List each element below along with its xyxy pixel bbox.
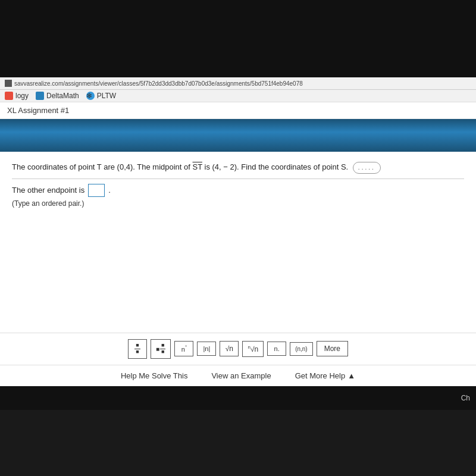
bookmark-deltamath[interactable]: DeltaMath [36,92,79,100]
question-text: The coordinates of point T are (0,4). Th… [12,161,464,174]
bookmark-pltw[interactable]: ❄ PLTW [86,92,116,100]
math-toolbar: ■ ■ ■ ■ ■ n° |n| √n n [0,333,476,365]
divider-line [12,178,464,179]
question-part1: The coordinates of point T are (0,4). Th… [12,162,193,171]
absolute-value-icon: |n| [203,345,211,352]
favicon-icon [5,80,12,87]
chevron-up-icon: ▲ [347,371,355,380]
assignment-title-bar: XL Assignment #1 [0,102,476,119]
superscript-icon: n° [181,345,187,353]
decimal-icon: n. [274,345,280,352]
decimal-button[interactable]: n. [267,342,286,356]
ordered-pair-icon: (n,n) [295,346,308,352]
fraction-icon: ■ ■ [134,343,140,355]
absolute-value-button[interactable]: |n| [197,342,216,356]
empty-work-area [0,214,476,333]
answer-area: The other endpoint is . [12,184,464,197]
sqrt-button[interactable]: √n [220,341,239,356]
fraction-button[interactable]: ■ ■ [128,339,147,359]
mixed-fraction-icon: ■ ■ ■ [156,343,165,355]
get-more-help-label: Get More Help [295,371,346,380]
mixed-fraction-button[interactable]: ■ ■ ■ [151,339,171,359]
ordered-pair-button[interactable]: (n,n) [290,342,313,356]
superscript-button[interactable]: n° [174,341,193,356]
period: . [108,186,111,195]
bookmark-logy-label: logy [15,92,29,100]
get-more-help-button[interactable]: Get More Help ▲ [295,371,355,380]
bottom-black-bar: Ch [0,386,476,410]
help-solve-button[interactable]: Help Me Solve This [121,371,187,380]
answer-label: The other endpoint is [12,186,84,195]
help-bar: Help Me Solve This View an Example Get M… [0,365,476,386]
bookmark-pltw-label: PLTW [97,92,116,100]
segment-label: ST [193,162,202,171]
dots-button[interactable]: ..... [353,162,381,174]
bookmarks-bar: logy DeltaMath ❄ PLTW [0,90,476,102]
bottom-bar-text: Ch [461,394,470,402]
url-bar: savvasrealize.com/assignments/viewer/cla… [0,77,476,90]
blue-header-bar [0,119,476,152]
view-example-button[interactable]: View an Example [211,371,271,380]
nth-root-button[interactable]: n√n [242,341,264,357]
answer-input-box[interactable] [88,184,105,197]
sqrt-icon: √n [226,345,233,353]
assignment-title: XL Assignment #1 [7,106,69,115]
bookmark-pltw-icon: ❄ [86,92,95,100]
question-part2: is (4, − 2). Find the coordinates of poi… [202,162,348,171]
url-text: savvasrealize.com/assignments/viewer/cla… [14,80,303,87]
browser-top-area [0,0,476,77]
nth-root-icon: n√n [248,345,258,353]
bookmark-logy-icon [5,92,13,100]
bookmark-deltamath-label: DeltaMath [46,92,79,100]
bookmark-deltamath-icon [36,92,44,100]
page-content: XL Assignment #1 The coordinates of poin… [0,102,476,386]
hint-text: (Type an ordered pair.) [12,199,464,208]
more-button[interactable]: More [317,341,348,356]
bookmark-logy[interactable]: logy [5,92,29,100]
question-area: The coordinates of point T are (0,4). Th… [0,152,476,214]
